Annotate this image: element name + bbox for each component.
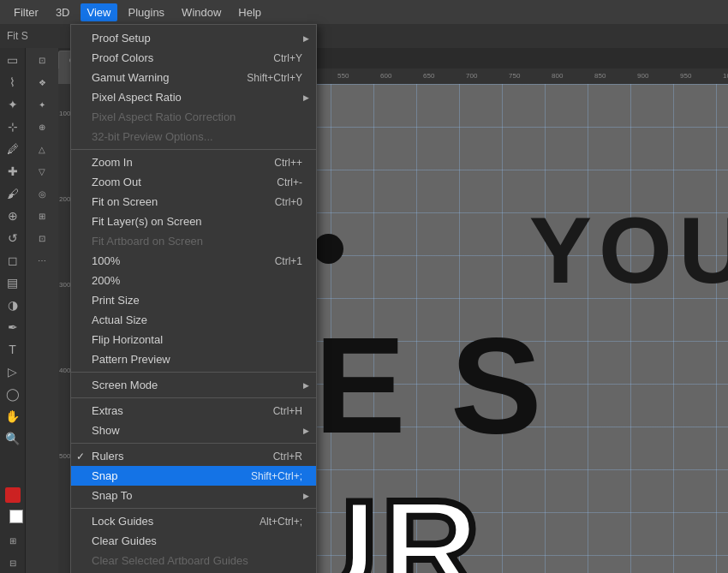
menu-item-100[interactable]: 100% Ctrl+1	[71, 251, 316, 271]
tool-gradient[interactable]: ▤	[3, 272, 23, 293]
menu-item-rulers[interactable]: ✓ Rulers Ctrl+R	[71, 446, 316, 466]
background-color[interactable]	[9, 510, 23, 523]
menu-item-200[interactable]: 200%	[71, 271, 316, 290]
menu-item-fit-layer-label: Fit Layer(s) on Screen	[92, 215, 202, 228]
menu-item-snap-to[interactable]: Snap To	[71, 486, 316, 505]
tool-zoom[interactable]: 🔍	[3, 428, 23, 449]
sec-tool-6[interactable]: △	[32, 139, 52, 159]
tool-eraser[interactable]: ◻	[3, 250, 23, 271]
menu-view[interactable]: View	[81, 3, 118, 21]
tool-extra1[interactable]: ⊞	[3, 530, 23, 551]
separator-3	[71, 397, 316, 398]
separator-5	[71, 508, 316, 509]
menu-item-flip-horizontal-label: Flip Horizontal	[92, 333, 163, 346]
menu-item-extras[interactable]: Extras Ctrl+H	[71, 401, 316, 421]
menu-item-screen-mode[interactable]: Screen Mode	[71, 375, 316, 395]
menu-item-fit-on-screen[interactable]: Fit on Screen Ctrl+0	[71, 192, 316, 212]
menu-item-print-size-label: Print Size	[92, 294, 140, 307]
menu-item-snap[interactable]: Snap Shift+Ctrl+;	[71, 466, 316, 486]
tool-lasso[interactable]: ⌇	[3, 72, 23, 93]
menu-item-proof-colors[interactable]: Proof Colors Ctrl+Y	[71, 48, 316, 68]
menu-item-zoom-in-label: Zoom In	[92, 156, 133, 169]
menu-item-pixel-aspect-ratio[interactable]: Pixel Aspect Ratio	[71, 87, 316, 107]
menu-item-gamut-warning-shortcut: Shift+Ctrl+Y	[247, 72, 302, 84]
menu-item-pattern-preview-label: Pattern Preview	[92, 353, 170, 366]
menu-item-snap-shortcut: Shift+Ctrl+;	[251, 470, 302, 482]
menu-item-clear-guides[interactable]: Clear Guides	[71, 531, 316, 551]
menu-item-screen-mode-label: Screen Mode	[92, 379, 158, 391]
sec-tool-3[interactable]: ❖	[32, 72, 52, 93]
sec-tool-8[interactable]: ◎	[32, 183, 52, 204]
menu-item-100-shortcut: Ctrl+1	[275, 255, 302, 267]
menu-item-snap-label: Snap	[92, 469, 117, 482]
menu-help[interactable]: Help	[231, 3, 268, 21]
menu-item-zoom-out-shortcut: Ctrl+-	[277, 176, 302, 188]
menu-item-zoom-in[interactable]: Zoom In Ctrl++	[71, 152, 316, 172]
menu-item-zoom-out-label: Zoom Out	[92, 176, 141, 188]
sec-tool-7[interactable]: ▽	[32, 161, 52, 182]
menu-item-pixel-aspect-ratio-label: Pixel Aspect Ratio	[92, 91, 182, 104]
menu-item-lock-guides-shortcut: Alt+Ctrl+;	[260, 516, 302, 528]
canvas-text-you: YOU	[529, 195, 728, 304]
menu-item-pixel-aspect-ratio-correction: Pixel Aspect Ratio Correction	[71, 107, 316, 127]
menu-item-snap-to-label: Snap To	[92, 489, 132, 502]
tool-history[interactable]: ↺	[3, 228, 23, 248]
menu-item-clear-selected-artboard: Clear Selected Artboard Guides	[71, 551, 316, 570]
sec-tool-5[interactable]: ⊕	[32, 116, 52, 137]
menu-window[interactable]: Window	[175, 3, 228, 21]
tool-heal[interactable]: ✚	[3, 161, 23, 182]
menu-item-32bit-preview: 32-bit Preview Options...	[71, 127, 316, 146]
tool-type[interactable]: T	[3, 339, 23, 360]
menu-item-clear-selected-artboard-label: Clear Selected Artboard Guides	[92, 554, 248, 567]
tool-clone[interactable]: ⊕	[3, 206, 23, 226]
foreground-color[interactable]	[5, 487, 21, 503]
left-toolbar: ⤢ ▭ ⌇ ✦ ⊹ 🖉 ✚ 🖌 ⊕ ↺ ◻ ▤ ◑ ✒ T ▷ ◯ ✋ 🔍 ⊞ …	[0, 24, 26, 573]
tool-dodge[interactable]: ◑	[3, 295, 23, 315]
tool-pen[interactable]: ✒	[3, 317, 23, 337]
menu-item-proof-colors-shortcut: Ctrl+Y	[273, 52, 302, 64]
menu-plugins[interactable]: Plugins	[121, 3, 171, 21]
menu-item-proof-setup-label: Proof Setup	[92, 32, 151, 45]
canvas-dot-element	[313, 234, 343, 264]
menu-item-actual-size-label: Actual Size	[92, 313, 147, 326]
menu-item-fit-layer[interactable]: Fit Layer(s) on Screen	[71, 212, 316, 231]
separator-2	[71, 372, 316, 373]
sec-tool-10[interactable]: ⊡	[32, 228, 52, 248]
tool-shape[interactable]: ◯	[3, 384, 23, 404]
menu-item-show-label: Show	[92, 424, 120, 437]
sec-tool-9[interactable]: ⊞	[32, 206, 52, 226]
menu-item-100-label: 100%	[92, 254, 120, 267]
menu-item-fit-on-screen-label: Fit on Screen	[92, 195, 158, 208]
tool-hand[interactable]: ✋	[3, 406, 23, 427]
tool-brush[interactable]: 🖌	[3, 183, 23, 204]
menu-item-clear-guides-label: Clear Guides	[92, 534, 157, 547]
tool-path-select[interactable]: ▷	[3, 361, 23, 382]
sec-tool-11[interactable]: ⋯	[32, 250, 52, 271]
menu-3d[interactable]: 3D	[49, 3, 77, 21]
tool-magic-wand[interactable]: ✦	[3, 94, 23, 115]
menu-item-rulers-label: Rulers	[92, 450, 124, 463]
menu-item-proof-colors-label: Proof Colors	[92, 51, 153, 64]
sec-tool-4[interactable]: ✦	[32, 94, 52, 115]
menu-item-lock-guides[interactable]: Lock Guides Alt+Ctrl+;	[71, 511, 316, 531]
menu-item-print-size[interactable]: Print Size	[71, 290, 316, 310]
tool-extra2[interactable]: ⊟	[3, 552, 23, 573]
menu-item-fit-artboard: Fit Artboard on Screen	[71, 231, 316, 251]
sec-tool-2[interactable]: ⊡	[32, 50, 52, 70]
tool-eyedropper[interactable]: 🖉	[3, 139, 23, 159]
menu-item-extras-shortcut: Ctrl+H	[273, 405, 302, 417]
menu-item-gamut-warning[interactable]: Gamut Warning Shift+Ctrl+Y	[71, 68, 316, 87]
separator-1	[71, 149, 316, 150]
menu-item-proof-setup[interactable]: Proof Setup	[71, 28, 316, 48]
menu-item-flip-horizontal[interactable]: Flip Horizontal	[71, 330, 316, 349]
menu-filter[interactable]: Filter	[7, 3, 45, 21]
menu-item-fit-artboard-label: Fit Artboard on Screen	[92, 235, 203, 248]
menu-item-show[interactable]: Show	[71, 421, 316, 440]
tool-crop[interactable]: ⊹	[3, 116, 23, 137]
zoom-text: Fit S	[7, 30, 28, 42]
menu-item-actual-size[interactable]: Actual Size	[71, 310, 316, 330]
tool-rect-select[interactable]: ▭	[3, 50, 23, 70]
secondary-toolbar: ⇱ ⊡ ❖ ✦ ⊕ △ ▽ ◎ ⊞ ⊡ ⋯	[26, 24, 58, 573]
menu-item-zoom-out[interactable]: Zoom Out Ctrl+-	[71, 172, 316, 192]
menu-item-pattern-preview[interactable]: Pattern Preview	[71, 349, 316, 369]
